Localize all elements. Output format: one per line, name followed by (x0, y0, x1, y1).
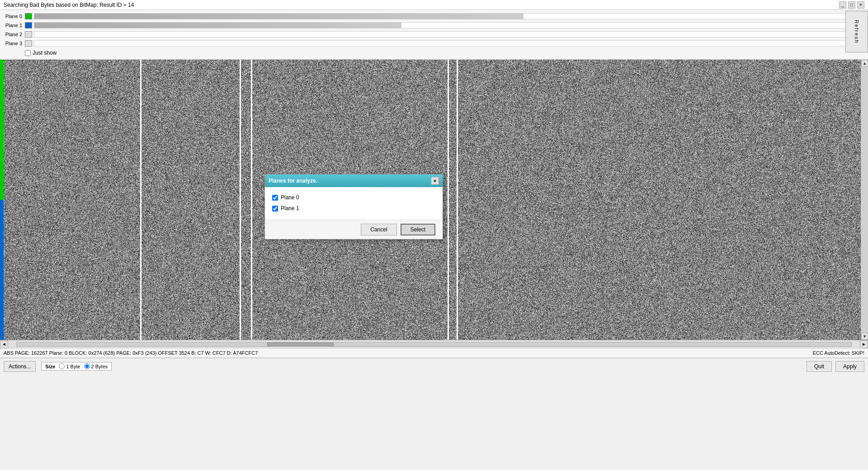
dialog-plane-0-label: Plane 0 (281, 194, 299, 201)
dialog-plane-1-label: Plane 1 (281, 205, 299, 212)
dialog-overlay: Planes for analyze. × Plane 0 Plane 1 Ca… (0, 0, 868, 470)
dialog-close-button[interactable]: × (431, 177, 439, 185)
select-button[interactable]: Select (401, 224, 435, 235)
cancel-button[interactable]: Cancel (361, 224, 396, 235)
plane-0-checkbox-row: Plane 0 (272, 194, 435, 201)
dialog-title: Planes for analyze. (269, 178, 317, 184)
dialog-plane-0-checkbox[interactable] (272, 195, 278, 201)
dialog-body: Plane 0 Plane 1 (265, 187, 443, 220)
plane-1-checkbox-row: Plane 1 (272, 205, 435, 212)
dialog-plane-1-checkbox[interactable] (272, 206, 278, 212)
dialog-title-bar: Planes for analyze. × (265, 174, 443, 187)
dialog-footer: Cancel Select (265, 220, 443, 239)
planes-dialog: Planes for analyze. × Plane 0 Plane 1 Ca… (264, 174, 443, 240)
